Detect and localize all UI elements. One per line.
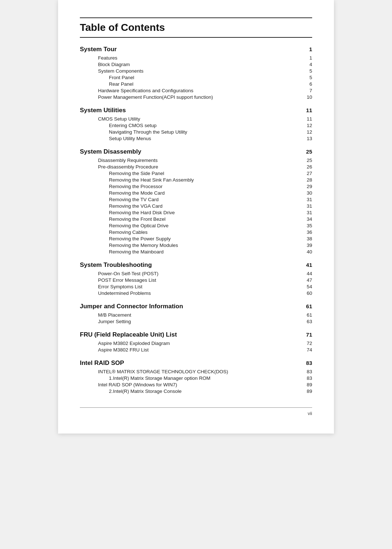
toc-entry: Setup Utility Menus13 <box>80 135 312 142</box>
section-title-jumper-connector: Jumper and Connector Information <box>80 303 183 310</box>
toc-entry: Removing the Heat Sink Fan Assembly28 <box>80 176 312 183</box>
entry-page: 25 <box>301 158 312 163</box>
entry-page: 89 <box>301 382 312 387</box>
toc-entry: CMOS Setup Utility11 <box>80 115 312 122</box>
section-system-utilities: System Utilities11CMOS Setup Utility11En… <box>80 107 312 142</box>
toc-entry: POST Error Messages List47 <box>80 277 312 283</box>
entry-label: Disassembly Requirements <box>98 158 158 163</box>
toc-entry: Disassembly Requirements25 <box>80 157 312 163</box>
entry-page: 36 <box>301 229 312 235</box>
entries-fru-list: Aspire M3802 Exploded Diagram72Aspire M3… <box>80 340 312 353</box>
section-title-fru-list: FRU (Field Replaceable Unit) List <box>80 331 177 338</box>
section-header-system-tour: System Tour1 <box>80 46 312 53</box>
entry-page: 10 <box>301 94 312 100</box>
entry-label: CMOS Setup Utility <box>98 116 140 122</box>
toc-entry: Navigating Through the Setup Utility12 <box>80 129 312 135</box>
entry-label: Hardware Specifications and Configuratio… <box>98 88 193 93</box>
entries-system-tour: Features1Block Diagram4System Components… <box>80 54 312 100</box>
entry-label: Block Diagram <box>98 62 130 67</box>
section-title-intel-raid: Intel RAID SOP <box>80 359 124 367</box>
section-page-system-disassembly: 25 <box>301 149 312 155</box>
entry-page: 31 <box>301 197 312 202</box>
entry-label: System Components <box>98 68 143 74</box>
section-title-system-tour: System Tour <box>80 46 117 53</box>
section-page-intel-raid: 83 <box>301 360 312 366</box>
entry-page: 5 <box>301 68 312 74</box>
entry-label: Removing the Hard Disk Drive <box>109 210 175 215</box>
toc-entry: Removing the Front Bezel34 <box>80 216 312 222</box>
entry-page: 40 <box>301 249 312 255</box>
toc-entry: Removing the Optical Drive35 <box>80 222 312 229</box>
toc-container: System Tour1Features1Block Diagram4Syste… <box>80 46 312 394</box>
entry-page: 29 <box>301 184 312 189</box>
entry-page: 35 <box>301 223 312 228</box>
toc-entry: Front Panel5 <box>80 74 312 81</box>
entry-label: Pre-disassembly Procedure <box>98 164 158 170</box>
title-section: Table of Contents <box>80 17 312 38</box>
toc-entry: Hardware Specifications and Configuratio… <box>80 87 312 94</box>
footer: vii <box>80 407 312 416</box>
entry-page: 26 <box>301 164 312 170</box>
section-system-tour: System Tour1Features1Block Diagram4Syste… <box>80 46 312 100</box>
toc-entry: System Components5 <box>80 68 312 74</box>
toc-entry: Undetermined Problems60 <box>80 290 312 296</box>
toc-entry: Pre-disassembly Procedure26 <box>80 163 312 170</box>
section-header-fru-list: FRU (Field Replaceable Unit) List71 <box>80 331 312 338</box>
entry-page: 6 <box>301 81 312 87</box>
entry-page: 31 <box>301 203 312 209</box>
entry-label: Removing the Power Supply <box>109 236 171 241</box>
entry-label: M/B Placement <box>98 312 131 318</box>
entry-label: Entering CMOS setup <box>109 123 156 128</box>
entry-label: Removing the Heat Sink Fan Assembly <box>109 177 194 183</box>
toc-entry: Removing the Processor29 <box>80 183 312 190</box>
entry-page: 28 <box>301 177 312 183</box>
toc-entry: Rear Panel6 <box>80 81 312 87</box>
toc-entry: 1.Intel(R) Matrix Storage Manager option… <box>80 375 312 381</box>
entry-label: Undetermined Problems <box>98 290 151 296</box>
entries-intel-raid: INTEL® MATRIX STORAGE TECHNOLOGY CHECK(D… <box>80 368 312 394</box>
section-title-system-utilities: System Utilities <box>80 107 126 114</box>
toc-entry: Removing the Power Supply38 <box>80 235 312 242</box>
entry-page: 63 <box>301 319 312 324</box>
toc-entry: Removing Cables36 <box>80 229 312 235</box>
toc-entry: Removing the Side Panel27 <box>80 170 312 176</box>
page: Table of Contents System Tour1Features1B… <box>58 0 334 434</box>
entry-label: 2.Intel(R) Matrix Storage Console <box>109 389 181 394</box>
entry-page: 12 <box>301 129 312 135</box>
section-jumper-connector: Jumper and Connector Information61M/B Pl… <box>80 303 312 325</box>
entry-label: Removing the Side Panel <box>109 171 164 176</box>
entry-page: 61 <box>301 312 312 318</box>
section-header-system-troubleshooting: System Troubleshooting41 <box>80 261 312 269</box>
toc-entry: M/B Placement61 <box>80 312 312 318</box>
toc-entry: Block Diagram4 <box>80 61 312 68</box>
entry-page: 72 <box>301 341 312 346</box>
section-system-troubleshooting: System Troubleshooting41Power-On Self-Te… <box>80 261 312 296</box>
toc-entry: Power Management Function(ACPI support f… <box>80 94 312 100</box>
toc-entry: 2.Intel(R) Matrix Storage Console89 <box>80 388 312 394</box>
entry-label: Error Symptoms List <box>98 284 142 289</box>
entry-label: Setup Utility Menus <box>109 136 151 141</box>
section-intel-raid: Intel RAID SOP83INTEL® MATRIX STORAGE TE… <box>80 359 312 394</box>
entry-page: 5 <box>301 75 312 80</box>
entry-page: 44 <box>301 271 312 276</box>
section-header-jumper-connector: Jumper and Connector Information61 <box>80 303 312 310</box>
entry-label: Navigating Through the Setup Utility <box>109 129 187 135</box>
toc-entry: Entering CMOS setup12 <box>80 122 312 129</box>
page-title: Table of Contents <box>80 22 312 33</box>
entry-page: 27 <box>301 171 312 176</box>
entry-label: Removing the TV Card <box>109 197 159 202</box>
toc-entry: Removing the Mainboard40 <box>80 248 312 255</box>
entry-page: 83 <box>301 369 312 374</box>
entries-system-utilities: CMOS Setup Utility11Entering CMOS setup1… <box>80 115 312 142</box>
entry-label: Aspire M3802 Exploded Diagram <box>98 341 170 346</box>
entries-system-troubleshooting: Power-On Self-Test (POST)44POST Error Me… <box>80 270 312 296</box>
section-system-disassembly: System Disassembly25Disassembly Requirem… <box>80 148 312 255</box>
toc-entry: Removing the VGA Card31 <box>80 203 312 209</box>
entry-label: POST Error Messages List <box>98 277 156 283</box>
entry-page: 7 <box>301 88 312 93</box>
toc-entry: Aspire M3802 Exploded Diagram72 <box>80 340 312 346</box>
entry-page: 89 <box>301 389 312 394</box>
entry-label: 1.Intel(R) Matrix Storage Manager option… <box>109 375 211 381</box>
entry-page: 54 <box>301 284 312 289</box>
section-page-jumper-connector: 61 <box>301 303 312 309</box>
